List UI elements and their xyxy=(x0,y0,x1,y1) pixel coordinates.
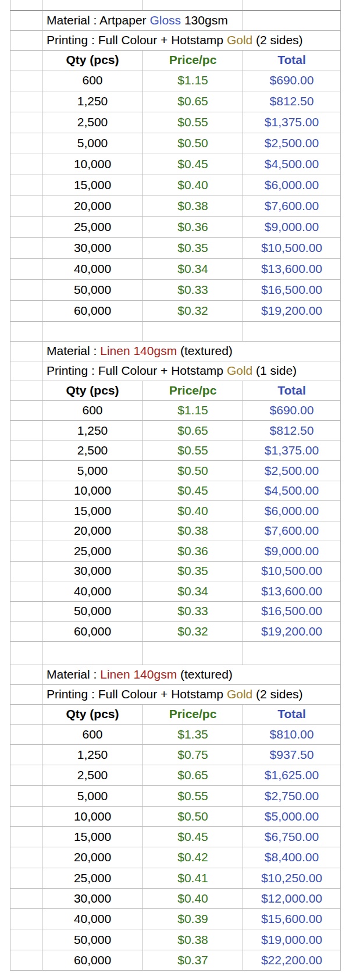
total-cell[interactable]: $2,500.00 xyxy=(243,461,341,481)
qty-cell[interactable]: 60,000 xyxy=(42,300,143,321)
price-cell[interactable]: $0.50 xyxy=(143,461,243,481)
price-cell[interactable]: $0.40 xyxy=(143,501,243,521)
total-cell[interactable]: $7,600.00 xyxy=(243,196,341,216)
grid-cell-empty[interactable] xyxy=(10,321,42,341)
grid-cell-empty[interactable] xyxy=(10,888,42,908)
qty-cell[interactable]: 40,000 xyxy=(42,258,143,279)
price-cell[interactable]: $0.50 xyxy=(143,133,243,154)
total-cell[interactable]: $810.00 xyxy=(243,724,341,744)
total-header-cell[interactable]: Total xyxy=(243,381,341,400)
total-cell[interactable]: $6,750.00 xyxy=(243,826,341,847)
qty-cell[interactable]: 20,000 xyxy=(42,521,143,541)
material-cell[interactable]: Material : Artpaper Gloss 130gsm xyxy=(42,10,243,30)
qty-cell[interactable]: 25,000 xyxy=(42,868,143,888)
grid-cell-empty[interactable] xyxy=(10,521,42,541)
price-cell[interactable]: $0.37 xyxy=(143,950,243,970)
grid-cell-empty[interactable] xyxy=(10,806,42,826)
total-cell[interactable]: $6,000.00 xyxy=(243,175,341,196)
total-cell[interactable]: $16,500.00 xyxy=(243,601,341,622)
grid-cell-empty[interactable] xyxy=(10,361,42,381)
qty-cell[interactable]: 5,000 xyxy=(42,461,143,481)
price-cell[interactable]: $0.32 xyxy=(143,300,243,321)
total-cell[interactable]: $9,000.00 xyxy=(243,541,341,562)
price-cell[interactable]: $1.35 xyxy=(143,724,243,744)
qty-cell[interactable]: 30,000 xyxy=(42,237,143,258)
total-cell[interactable]: $1,375.00 xyxy=(243,112,341,133)
price-cell[interactable]: $0.41 xyxy=(143,868,243,888)
grid-cell-empty[interactable] xyxy=(10,421,42,441)
grid-cell-empty[interactable] xyxy=(10,847,42,868)
price-cell[interactable]: $0.45 xyxy=(143,826,243,847)
printing-cell[interactable]: Printing : Full Colour + Hotstamp Gold (… xyxy=(42,361,341,381)
grid-cell-empty[interactable] xyxy=(10,501,42,521)
total-cell[interactable]: $937.50 xyxy=(243,744,341,765)
grid-cell-empty[interactable] xyxy=(243,641,341,665)
price-header-cell[interactable]: Price/pc xyxy=(143,50,243,70)
price-cell[interactable]: $0.33 xyxy=(143,601,243,622)
printing-cell[interactable]: Printing : Full Colour + Hotstamp Gold (… xyxy=(42,684,341,704)
price-cell[interactable]: $0.35 xyxy=(143,237,243,258)
grid-cell-empty[interactable] xyxy=(10,400,42,421)
total-cell[interactable]: $2,500.00 xyxy=(243,133,341,154)
grid-cell-empty[interactable] xyxy=(10,665,42,684)
grid-cell-empty[interactable] xyxy=(10,258,42,279)
grid-cell-empty[interactable] xyxy=(243,0,341,10)
total-cell[interactable]: $19,200.00 xyxy=(243,300,341,321)
grid-cell-empty[interactable] xyxy=(10,744,42,765)
price-header-cell[interactable]: Price/pc xyxy=(143,704,243,724)
qty-cell[interactable]: 2,500 xyxy=(42,765,143,786)
total-cell[interactable]: $19,000.00 xyxy=(243,929,341,950)
price-cell[interactable]: $0.36 xyxy=(143,541,243,562)
total-cell[interactable]: $16,500.00 xyxy=(243,279,341,300)
qty-cell[interactable]: 15,000 xyxy=(42,826,143,847)
price-cell[interactable]: $0.33 xyxy=(143,279,243,300)
qty-cell[interactable]: 15,000 xyxy=(42,175,143,196)
price-cell[interactable]: $0.34 xyxy=(143,581,243,602)
qty-cell[interactable]: 5,000 xyxy=(42,133,143,154)
price-cell[interactable]: $0.55 xyxy=(143,112,243,133)
qty-cell[interactable]: 60,000 xyxy=(42,950,143,970)
total-cell[interactable]: $12,000.00 xyxy=(243,888,341,908)
qty-cell[interactable]: 600 xyxy=(42,70,143,91)
total-cell[interactable]: $13,600.00 xyxy=(243,581,341,602)
total-cell[interactable]: $690.00 xyxy=(243,400,341,421)
price-cell[interactable]: $0.38 xyxy=(143,521,243,541)
total-cell[interactable]: $8,400.00 xyxy=(243,847,341,868)
grid-cell-empty[interactable] xyxy=(10,91,42,112)
total-header-cell[interactable]: Total xyxy=(243,50,341,70)
grid-cell-empty[interactable] xyxy=(10,216,42,237)
grid-cell-empty[interactable] xyxy=(10,601,42,622)
qty-cell[interactable]: 25,000 xyxy=(42,541,143,562)
total-cell[interactable]: $22,200.00 xyxy=(243,950,341,970)
grid-cell-empty[interactable] xyxy=(10,909,42,929)
total-cell[interactable]: $5,000.00 xyxy=(243,806,341,826)
total-cell[interactable]: $13,600.00 xyxy=(243,258,341,279)
grid-cell-empty[interactable] xyxy=(10,561,42,581)
price-cell[interactable]: $0.32 xyxy=(143,622,243,642)
grid-cell-empty[interactable] xyxy=(143,641,243,665)
qty-cell[interactable]: 60,000 xyxy=(42,622,143,642)
grid-cell-empty[interactable] xyxy=(10,237,42,258)
total-cell[interactable]: $10,250.00 xyxy=(243,868,341,888)
qty-cell[interactable]: 5,000 xyxy=(42,786,143,806)
total-cell[interactable]: $10,500.00 xyxy=(243,237,341,258)
price-cell[interactable]: $0.65 xyxy=(143,765,243,786)
price-cell[interactable]: $0.40 xyxy=(143,175,243,196)
qty-cell[interactable]: 40,000 xyxy=(42,581,143,602)
grid-cell-empty[interactable] xyxy=(10,279,42,300)
grid-cell-empty[interactable] xyxy=(10,581,42,602)
total-cell[interactable]: $19,200.00 xyxy=(243,622,341,642)
grid-cell-empty[interactable] xyxy=(10,541,42,562)
grid-cell-empty[interactable] xyxy=(10,0,42,10)
grid-cell-empty[interactable] xyxy=(10,10,42,30)
grid-cell-empty[interactable] xyxy=(10,786,42,806)
grid-cell-empty[interactable] xyxy=(143,0,243,10)
grid-cell-empty[interactable] xyxy=(10,704,42,724)
material-cell[interactable]: Material : Linen 140gsm (textured) xyxy=(42,665,341,684)
price-cell[interactable]: $0.65 xyxy=(143,91,243,112)
price-cell[interactable]: $0.35 xyxy=(143,561,243,581)
qty-cell[interactable]: 2,500 xyxy=(42,441,143,461)
price-header-cell[interactable]: Price/pc xyxy=(143,381,243,400)
qty-cell[interactable]: 25,000 xyxy=(42,216,143,237)
total-cell[interactable]: $6,000.00 xyxy=(243,501,341,521)
